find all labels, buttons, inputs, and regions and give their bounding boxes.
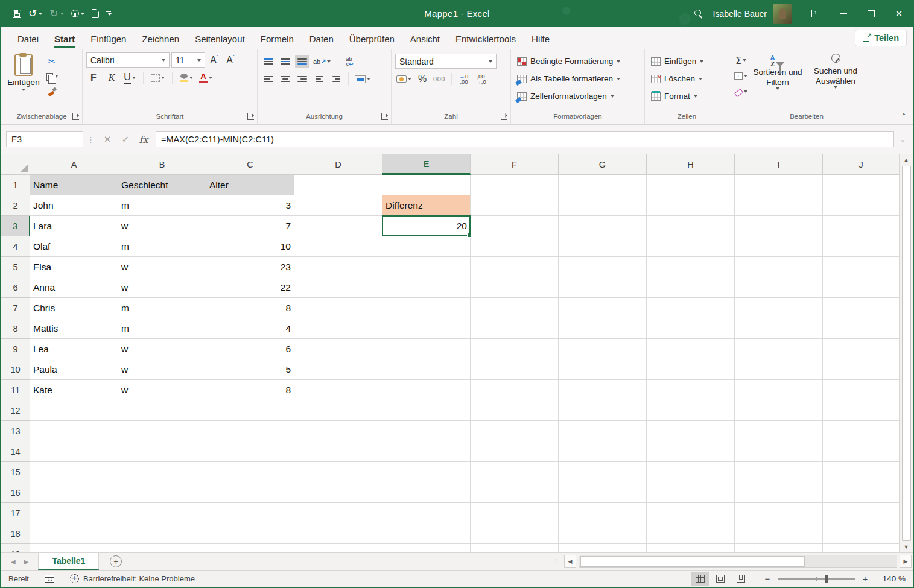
scroll-right-arrow[interactable]: ▶ (900, 555, 912, 568)
zoom-level[interactable]: 140 % (878, 574, 906, 583)
align-bottom-button[interactable] (295, 55, 309, 68)
cell-D17[interactable] (294, 503, 382, 523)
cell-B14[interactable] (118, 441, 206, 462)
orientation-button[interactable]: ab↗ (312, 55, 332, 68)
user-avatar[interactable] (773, 4, 792, 24)
cell-D12[interactable] (294, 400, 382, 421)
cell-J16[interactable] (823, 482, 899, 503)
cell-I1[interactable] (735, 175, 823, 195)
cell-I17[interactable] (735, 503, 823, 523)
cell-A5[interactable]: Elsa (30, 257, 118, 277)
cell-J14[interactable] (823, 441, 899, 462)
cell-C11[interactable]: 8 (206, 380, 294, 400)
cell-G9[interactable] (559, 339, 647, 359)
column-header-G[interactable]: G (559, 154, 647, 175)
cell-C14[interactable] (206, 441, 294, 462)
cell-G11[interactable] (559, 380, 647, 400)
column-header-I[interactable]: I (735, 154, 823, 175)
cell-B13[interactable] (118, 421, 206, 441)
wrap-text-button[interactable]: abc↩ (342, 55, 357, 68)
cell-D19[interactable] (294, 544, 382, 552)
align-right-button[interactable] (295, 72, 309, 86)
search-icon[interactable] (694, 10, 703, 18)
cell-A18[interactable] (30, 523, 118, 544)
cell-H17[interactable] (647, 503, 735, 523)
cell-I15[interactable] (735, 462, 823, 482)
cell-C19[interactable] (206, 544, 294, 552)
touch-mouse-mode-button[interactable] (68, 5, 87, 23)
cell-H13[interactable] (647, 421, 735, 441)
cell-G16[interactable] (559, 482, 647, 503)
row-header-6[interactable]: 6 (1, 277, 30, 298)
share-button[interactable]: Teilen (855, 30, 907, 46)
tab-zeichnen[interactable]: Zeichnen (134, 29, 187, 49)
merge-center-button[interactable] (354, 72, 372, 86)
cell-I8[interactable] (735, 318, 823, 339)
cell-F6[interactable] (471, 277, 559, 298)
cell-G12[interactable] (559, 400, 647, 421)
cell-J7[interactable] (823, 298, 899, 318)
cell-A1[interactable]: Name (30, 175, 118, 195)
cell-J19[interactable] (823, 544, 899, 552)
cell-G18[interactable] (559, 523, 647, 544)
cell-J9[interactable] (823, 339, 899, 359)
cell-G7[interactable] (559, 298, 647, 318)
redo-button[interactable]: ↻ (46, 5, 66, 23)
conditional-formatting-button[interactable]: Bedingte Formatierung (515, 52, 623, 70)
cell-B11[interactable]: w (118, 380, 206, 400)
cell-I2[interactable] (735, 195, 823, 216)
cell-A2[interactable]: John (30, 195, 118, 216)
row-header-3[interactable]: 3 (1, 216, 30, 236)
decrease-decimal-button[interactable]: ,00→,0 (474, 72, 488, 86)
row-header-2[interactable]: 2 (1, 195, 30, 216)
cell-G4[interactable] (559, 236, 647, 257)
cell-I16[interactable] (735, 482, 823, 503)
cell-F15[interactable] (471, 462, 559, 482)
cell-H14[interactable] (647, 441, 735, 462)
italic-button[interactable]: K (104, 71, 119, 84)
cell-F18[interactable] (471, 523, 559, 544)
row-header-19[interactable]: 19 (1, 544, 30, 552)
cell-F10[interactable] (471, 359, 559, 380)
cell-H9[interactable] (647, 339, 735, 359)
tab-entwicklertools[interactable]: Entwicklertools (448, 29, 524, 49)
column-header-E[interactable]: E (382, 154, 471, 175)
cell-B5[interactable]: w (118, 257, 206, 277)
macro-record-icon[interactable] (45, 575, 54, 583)
cell-I10[interactable] (735, 359, 823, 380)
number-dialog-launcher[interactable] (501, 113, 507, 120)
cell-A13[interactable] (30, 421, 118, 441)
cell-J2[interactable] (823, 195, 899, 216)
page-break-view-button[interactable] (732, 572, 750, 586)
cell-B1[interactable]: Geschlecht (118, 175, 206, 195)
cell-A14[interactable] (30, 441, 118, 462)
cell-E10[interactable] (382, 359, 471, 380)
cell-A10[interactable]: Paula (30, 359, 118, 380)
cell-I13[interactable] (735, 421, 823, 441)
row-header-12[interactable]: 12 (1, 400, 30, 421)
column-header-H[interactable]: H (647, 154, 735, 175)
cell-C13[interactable] (206, 421, 294, 441)
cell-B12[interactable] (118, 400, 206, 421)
row-header-14[interactable]: 14 (1, 441, 30, 462)
cell-H12[interactable] (647, 400, 735, 421)
row-header-4[interactable]: 4 (1, 236, 30, 257)
row-header-1[interactable]: 1 (1, 175, 30, 195)
cell-F13[interactable] (471, 421, 559, 441)
cell-J3[interactable] (823, 216, 899, 236)
accounting-format-button[interactable] (395, 72, 413, 86)
cell-G13[interactable] (559, 421, 647, 441)
cell-D1[interactable] (294, 175, 382, 195)
cell-I6[interactable] (735, 277, 823, 298)
cell-E12[interactable] (382, 400, 471, 421)
column-header-F[interactable]: F (471, 154, 559, 175)
cell-F5[interactable] (471, 257, 559, 277)
cell-J17[interactable] (823, 503, 899, 523)
cell-A3[interactable]: Lara (30, 216, 118, 236)
enter-button[interactable]: ✓ (117, 131, 134, 147)
tab-start[interactable]: Start (46, 29, 83, 49)
underline-button[interactable]: U (122, 71, 137, 84)
insert-cells-button[interactable]: Einfügen (649, 52, 706, 70)
cell-F14[interactable] (471, 441, 559, 462)
cell-E1[interactable] (382, 175, 471, 195)
